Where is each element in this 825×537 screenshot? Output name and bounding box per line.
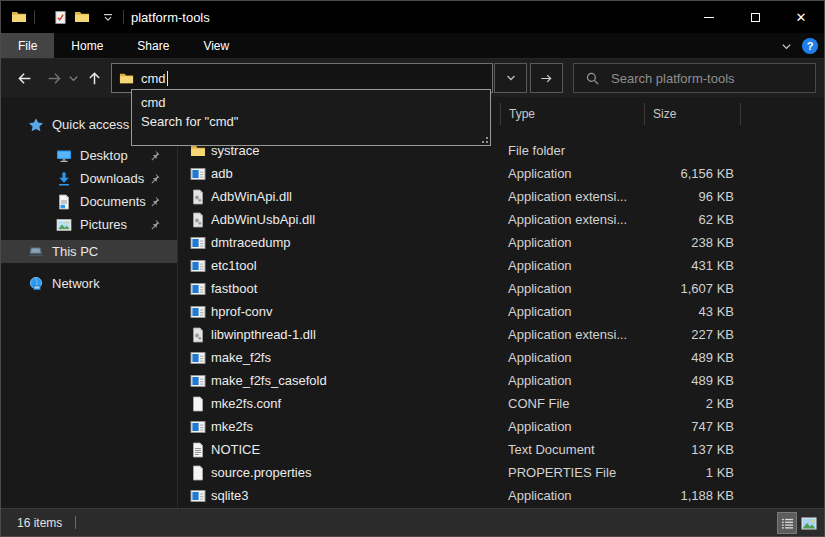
- file-size: 431 KB: [608, 258, 734, 273]
- collapse-ribbon-button[interactable]: [780, 40, 793, 53]
- pin-icon: [148, 218, 161, 231]
- file-row[interactable]: sqlite3Application1,188 KB: [178, 485, 824, 508]
- search-placeholder: Search platform-tools: [611, 71, 735, 86]
- close-button[interactable]: ✕: [778, 1, 824, 33]
- file-row[interactable]: mke2fsApplication747 KB: [178, 416, 824, 439]
- explorer-window: platform-tools ✕ FileHomeShareView ?: [0, 0, 825, 537]
- file-row[interactable]: etc1toolApplication431 KB: [178, 255, 824, 278]
- file-row[interactable]: dmtracedumpApplication238 KB: [178, 232, 824, 255]
- file-name: make_f2fs_casefold: [211, 373, 327, 388]
- file-row[interactable]: AdbWinApi.dllApplication extensi...96 KB: [178, 186, 824, 209]
- file-type: PROPERTIES File: [508, 465, 616, 480]
- file-name: AdbWinUsbApi.dll: [211, 212, 315, 227]
- sidebar-item-label: Desktop: [80, 148, 128, 163]
- file-row[interactable]: NOTICEText Document137 KB: [178, 439, 824, 462]
- maximize-button[interactable]: [732, 1, 778, 33]
- suggestion-item[interactable]: cmd: [132, 93, 490, 112]
- minimize-button[interactable]: [686, 1, 732, 33]
- help-icon[interactable]: ?: [802, 38, 818, 54]
- titlebar: platform-tools ✕: [1, 1, 824, 33]
- column-separator[interactable]: [740, 103, 741, 125]
- file-row[interactable]: make_f2fsApplication489 KB: [178, 347, 824, 370]
- sidebar-item-documents[interactable]: Documents: [1, 190, 177, 213]
- suggestion-item[interactable]: Search for "cmd": [132, 112, 490, 131]
- tab-home[interactable]: Home: [54, 33, 120, 58]
- file-row[interactable]: hprof-convApplication43 KB: [178, 301, 824, 324]
- details-view-icon[interactable]: [777, 512, 797, 534]
- column-header-type[interactable]: Type: [509, 107, 535, 121]
- sidebar-item-label: Downloads: [80, 171, 144, 186]
- go-button[interactable]: [530, 63, 563, 93]
- column-separator[interactable]: [644, 103, 645, 125]
- dll-icon: [190, 327, 206, 343]
- file-size: 6,156 KB: [608, 166, 734, 181]
- file-row[interactable]: fastbootApplication1,607 KB: [178, 278, 824, 301]
- sidebar-item-label: Quick access: [52, 117, 129, 132]
- sidebar-item-label: Documents: [80, 194, 146, 209]
- dll-icon: [190, 189, 206, 205]
- up-button[interactable]: [81, 59, 107, 97]
- file-name: AdbWinApi.dll: [211, 189, 292, 204]
- thumbnails-view-icon[interactable]: [799, 512, 819, 534]
- file-type: Application: [508, 281, 572, 296]
- view-buttons: [777, 512, 819, 534]
- sidebar-item-downloads[interactable]: Downloads: [1, 167, 177, 190]
- file-size: 96 KB: [608, 189, 734, 204]
- new-folder-icon[interactable]: [74, 9, 90, 25]
- titlebar-separator: [123, 10, 124, 24]
- column-header-size[interactable]: Size: [653, 107, 676, 121]
- file-row[interactable]: mke2fs.confCONF File2 KB: [178, 393, 824, 416]
- customize-qat-icon[interactable]: [100, 9, 116, 25]
- application-icon: [190, 258, 206, 274]
- properties-icon[interactable]: [52, 9, 68, 25]
- maximize-icon: [751, 13, 760, 22]
- file-name: libwinpthread-1.dll: [211, 327, 316, 342]
- text-caret: [167, 71, 168, 86]
- file-size: 43 KB: [608, 304, 734, 319]
- file-name: etc1tool: [211, 258, 257, 273]
- file-size: 489 KB: [608, 350, 734, 365]
- column-separator[interactable]: [500, 103, 501, 125]
- file-size: 137 KB: [608, 442, 734, 457]
- sidebar-item-network[interactable]: Network: [1, 272, 177, 295]
- file-size: 62 KB: [608, 212, 734, 227]
- recent-locations-icon[interactable]: [65, 59, 81, 97]
- forward-button[interactable]: [41, 59, 67, 97]
- this-pc-icon: [28, 244, 44, 260]
- sidebar-item-pictures[interactable]: Pictures: [1, 213, 177, 236]
- search-icon: [585, 71, 600, 86]
- file-icon: [190, 465, 206, 481]
- back-button[interactable]: [11, 59, 37, 97]
- previous-locations-button[interactable]: [494, 63, 527, 93]
- application-icon: [190, 235, 206, 251]
- file-name: dmtracedump: [211, 235, 290, 250]
- tab-file[interactable]: File: [1, 33, 54, 58]
- tab-view[interactable]: View: [186, 33, 246, 58]
- file-row[interactable]: adbApplication6,156 KB: [178, 163, 824, 186]
- file-name: adb: [211, 166, 233, 181]
- file-row[interactable]: source.propertiesPROPERTIES File1 KB: [178, 462, 824, 485]
- file-row[interactable]: libwinpthread-1.dllApplication extensi..…: [178, 324, 824, 347]
- status-bar: 16 items: [1, 508, 824, 536]
- search-input[interactable]: Search platform-tools: [573, 63, 816, 93]
- application-icon: [190, 281, 206, 297]
- file-name: mke2fs: [211, 419, 253, 434]
- file-name: source.properties: [211, 465, 311, 480]
- folder-icon: [119, 71, 134, 86]
- file-row[interactable]: make_f2fs_casefoldApplication489 KB: [178, 370, 824, 393]
- file-name: make_f2fs: [211, 350, 271, 365]
- address-suggestions-dropdown: cmdSearch for "cmd": [131, 89, 491, 146]
- file-list-pane: Type Size systraceFile folderadbApplicat…: [178, 97, 824, 508]
- ribbon-tabs: FileHomeShareView: [1, 33, 824, 59]
- file-type: Application: [508, 258, 572, 273]
- folder-icon: [11, 9, 27, 25]
- sidebar-item-desktop[interactable]: Desktop: [1, 144, 177, 167]
- file-type: Application: [508, 235, 572, 250]
- dll-icon: [190, 212, 206, 228]
- tab-share[interactable]: Share: [120, 33, 186, 58]
- sidebar-item-this-pc[interactable]: This PC: [1, 240, 177, 263]
- resize-grip-icon[interactable]: [480, 135, 488, 143]
- file-row[interactable]: AdbWinUsbApi.dllApplication extensi...62…: [178, 209, 824, 232]
- minimize-icon: [704, 17, 714, 18]
- file-icon: [190, 396, 206, 412]
